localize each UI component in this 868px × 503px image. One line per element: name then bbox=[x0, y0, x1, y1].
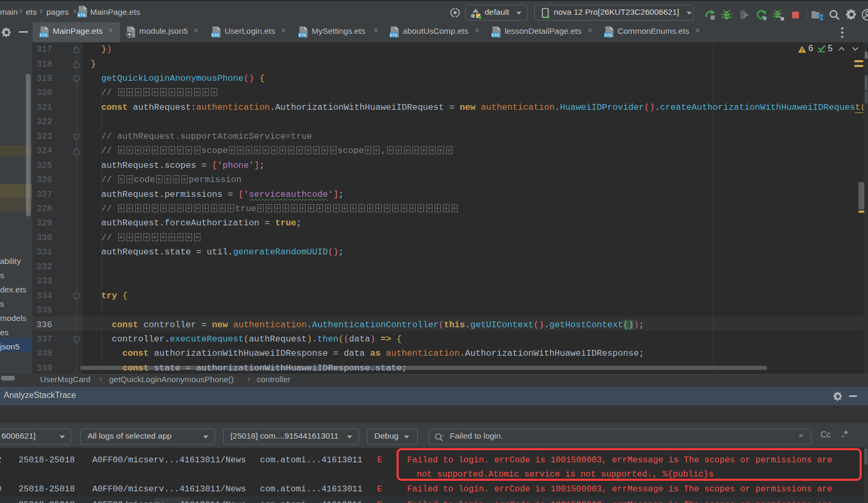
svg-text:ETS: ETS bbox=[78, 13, 85, 17]
svg-text:ETS: ETS bbox=[604, 33, 612, 37]
svg-text:ETS: ETS bbox=[40, 33, 47, 37]
svg-text:ETS: ETS bbox=[390, 33, 397, 37]
svg-text:ETS: ETS bbox=[211, 33, 219, 37]
svg-text:ETS: ETS bbox=[298, 33, 306, 37]
svg-text:ETS: ETS bbox=[491, 33, 499, 37]
